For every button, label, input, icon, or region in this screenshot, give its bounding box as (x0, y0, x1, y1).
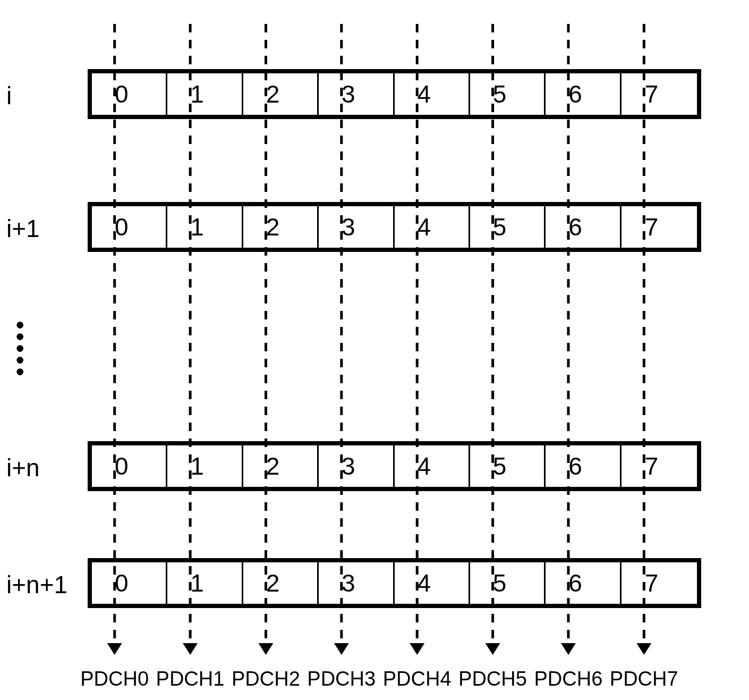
pdch-label-3: PDCH3 (307, 668, 376, 690)
slot-cell-2-5: 5 (470, 445, 546, 487)
diagram-canvas: i01234567i+101234567i+n01234567i+n+10123… (0, 0, 749, 700)
slot-cell-2-0: 0 (92, 445, 167, 487)
slot-cell-0-7: 7 (622, 73, 697, 115)
slot-cell-2-7: 7 (622, 445, 697, 487)
slot-cell-3-6: 6 (546, 562, 621, 604)
slot-number: 4 (417, 213, 431, 241)
slot-number: 3 (342, 80, 355, 108)
slot-cell-1-5: 5 (470, 206, 546, 248)
slot-cell-1-3: 3 (319, 206, 394, 248)
guide-arrowhead-2 (258, 643, 273, 655)
slot-cell-3-7: 7 (622, 562, 697, 604)
slot-number: 0 (115, 80, 129, 108)
slot-number: 0 (115, 213, 129, 241)
slot-number: 3 (342, 213, 355, 241)
slot-number: 4 (417, 80, 431, 108)
slot-number: 7 (645, 213, 659, 241)
slot-cell-1-7: 7 (622, 206, 697, 248)
slot-number: 5 (493, 569, 507, 597)
slot-number: 1 (190, 569, 204, 597)
pdch-label-4: PDCH4 (383, 668, 452, 690)
slot-number: 2 (266, 569, 280, 597)
pdch-label-5: PDCH5 (458, 668, 527, 690)
slot-number: 7 (645, 569, 659, 597)
slot-cell-3-4: 4 (395, 562, 470, 604)
slot-cell-0-3: 3 (319, 73, 394, 115)
row-label-1: i+1 (6, 214, 40, 243)
slot-number: 4 (417, 452, 431, 480)
slot-cell-0-0: 0 (92, 73, 167, 115)
slot-cell-0-5: 5 (470, 73, 546, 115)
slot-frame-3: 01234567 (88, 558, 701, 608)
slot-number: 5 (493, 80, 507, 108)
slot-cell-3-0: 0 (92, 562, 167, 604)
slot-number: 5 (493, 213, 507, 241)
slot-cell-2-1: 1 (167, 445, 243, 487)
row-label-3: i+n+1 (6, 570, 67, 599)
guide-arrowhead-5 (486, 643, 500, 655)
slot-frame-2: 01234567 (88, 441, 701, 491)
slot-cell-0-4: 4 (395, 73, 470, 115)
slot-cell-1-4: 4 (395, 206, 470, 248)
slot-number: 6 (568, 80, 582, 108)
slot-number: 3 (342, 569, 355, 597)
guide-arrowhead-6 (561, 643, 576, 655)
slot-cell-2-4: 4 (395, 445, 470, 487)
slot-cell-2-2: 2 (243, 445, 319, 487)
guide-arrowhead-1 (183, 643, 198, 655)
slot-number: 1 (190, 213, 204, 241)
slot-cell-0-1: 1 (167, 73, 243, 115)
row-label-0: i (6, 81, 12, 110)
guide-arrowhead-3 (334, 643, 349, 655)
slot-number: 1 (190, 80, 204, 108)
slot-cell-2-3: 3 (319, 445, 394, 487)
slot-number: 7 (645, 452, 659, 480)
pdch-label-7: PDCH7 (610, 668, 678, 690)
slot-number: 2 (266, 213, 280, 241)
pdch-label-1: PDCH1 (156, 668, 225, 690)
slot-number: 6 (568, 213, 582, 241)
slot-cell-1-6: 6 (546, 206, 621, 248)
slot-number: 0 (115, 452, 129, 480)
slot-number: 7 (645, 80, 659, 108)
slot-cell-2-6: 6 (546, 445, 621, 487)
slot-frame-1: 01234567 (88, 202, 701, 252)
guide-arrowhead-7 (636, 643, 651, 655)
slot-cell-0-6: 6 (546, 73, 621, 115)
slot-number: 3 (342, 452, 355, 480)
slot-number: 5 (493, 452, 507, 480)
guide-arrowhead-0 (107, 643, 122, 655)
pdch-label-0: PDCH0 (80, 668, 149, 690)
pdch-label-2: PDCH2 (232, 668, 300, 690)
slot-number: 6 (568, 569, 582, 597)
slot-number: 6 (568, 452, 582, 480)
slot-cell-3-2: 2 (243, 562, 319, 604)
slot-cell-3-1: 1 (167, 562, 243, 604)
slot-number: 1 (190, 452, 204, 480)
pdch-label-6: PDCH6 (534, 668, 602, 690)
slot-cell-0-2: 2 (243, 73, 319, 115)
slot-frame-0: 01234567 (88, 69, 701, 119)
slot-cell-1-0: 0 (92, 206, 167, 248)
slot-number: 0 (115, 569, 129, 597)
slot-cell-3-5: 5 (470, 562, 546, 604)
slot-cell-1-2: 2 (243, 206, 319, 248)
row-label-2: i+n (6, 453, 40, 482)
ellipsis-icon: • • • • • (16, 319, 24, 377)
slot-number: 2 (266, 452, 280, 480)
slot-number: 4 (417, 569, 431, 597)
slot-cell-1-1: 1 (167, 206, 243, 248)
slot-cell-3-3: 3 (319, 562, 394, 604)
slot-number: 2 (266, 80, 280, 108)
guide-arrowhead-4 (410, 643, 424, 655)
